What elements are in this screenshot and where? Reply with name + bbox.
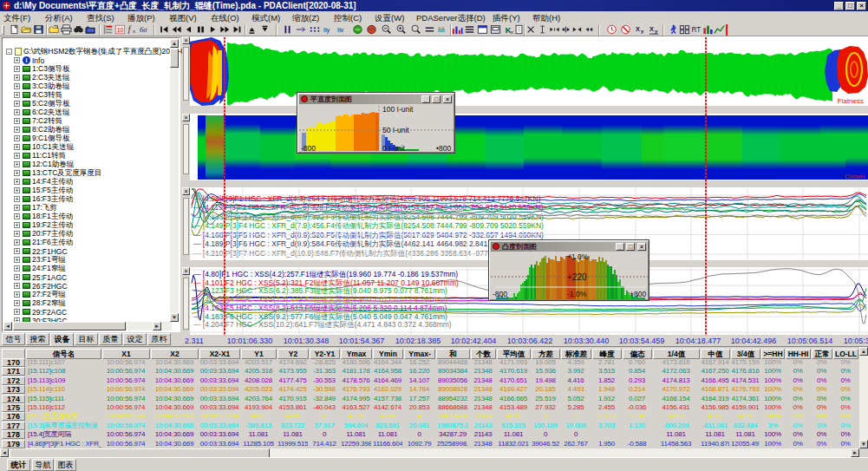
svg-text:X: X	[635, 25, 639, 33]
svg-text:RT: RT	[691, 26, 701, 34]
svg-text:ññ: ññ	[438, 26, 445, 34]
svg-text:x: x	[132, 29, 134, 34]
svg-text:IIy: IIy	[323, 27, 330, 34]
svg-text:y: y	[640, 29, 643, 34]
svg-text:y: y	[654, 29, 657, 34]
svg-text:IIv: IIv	[337, 27, 344, 33]
svg-text:10: 10	[116, 27, 123, 33]
svg-text:K: K	[505, 25, 511, 35]
svg-text:6σ: 6σ	[139, 25, 147, 34]
svg-text:f: f	[127, 25, 131, 34]
svg-text:X: X	[649, 25, 653, 33]
